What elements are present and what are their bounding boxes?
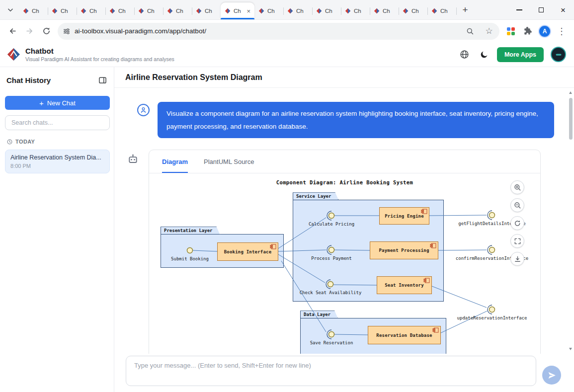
profile-avatar: A — [538, 25, 551, 38]
browser-tab[interactable]: Ch — [399, 2, 427, 19]
tab-strip: Ch Ch Ch Ch Ch Ch Ch Ch× Ch Ch Ch Ch Ch … — [0, 0, 574, 20]
interface-label-update-reservation: updateReservationInterface — [450, 315, 534, 320]
section-today: TODAY — [5, 139, 110, 145]
extension-shortcut-button[interactable] — [503, 24, 518, 39]
port-label-save-reservation: Save Reservation — [289, 340, 374, 345]
back-button[interactable] — [5, 24, 20, 39]
chat-history-item-selected[interactable]: Airline Reservation System Dia... 8:00 P… — [5, 150, 110, 173]
browser-window: Ch Ch Ch Ch Ch Ch Ch Ch× Ch Ch Ch Ch Ch … — [0, 0, 574, 392]
browser-menu-button[interactable]: ⋮ — [554, 24, 569, 39]
address-bar[interactable]: ai-toolbox.visual-paradigm.com/app/chatb… — [58, 23, 499, 40]
fullscreen-button[interactable] — [510, 234, 524, 248]
browser-tab[interactable]: Ch — [19, 2, 48, 19]
browser-tab[interactable]: Ch — [134, 2, 163, 19]
scrollbar-up-arrow[interactable] — [569, 91, 572, 94]
minimize-button[interactable] — [508, 0, 530, 20]
download-icon — [514, 255, 521, 263]
scrollbar-down-arrow[interactable] — [569, 348, 572, 350]
tab-close-icon[interactable]: × — [246, 8, 250, 14]
browser-tab[interactable]: Ch — [312, 2, 341, 19]
tab-plantuml-source[interactable]: PlantUML Source — [204, 150, 254, 173]
browser-tab[interactable]: Ch — [163, 2, 192, 19]
search-chats-input[interactable] — [5, 115, 110, 130]
port-label-submit-booking: Submit Booking — [149, 256, 232, 261]
chat-scroll-area[interactable]: Visualize a component diagram for an air… — [114, 88, 574, 354]
reload-button[interactable] — [39, 24, 54, 39]
extensions-button[interactable] — [520, 24, 535, 39]
user-message-bubble: Visualize a component diagram for an air… — [158, 102, 554, 138]
browser-tab[interactable]: Ch — [341, 2, 370, 19]
chat-history-sidebar: Chat History + New Chat TODAY Airline Re… — [0, 67, 114, 392]
component-pricing-engine: Pricing Engine — [379, 207, 429, 225]
plus-icon: + — [39, 99, 44, 107]
collapse-sidebar-button[interactable] — [96, 74, 108, 86]
app-title: Chatbot — [25, 47, 174, 55]
dark-mode-button[interactable] — [477, 47, 492, 62]
browser-tab[interactable]: Ch — [427, 2, 456, 19]
browser-tab[interactable]: Ch — [48, 2, 77, 19]
browser-tab[interactable]: Ch — [192, 2, 221, 19]
scrollbar-thumb[interactable] — [569, 98, 573, 140]
site-favicon-icon — [403, 8, 409, 14]
component-seat-inventory: Seat Inventory — [377, 276, 432, 294]
chat-item-time: 8:00 PM — [10, 163, 104, 169]
language-button[interactable] — [457, 47, 472, 62]
diagram-card: Diagram PlantUML Source Component Diagra… — [149, 150, 541, 354]
diagram-title: Component Diagram: Airline Booking Syste… — [149, 179, 540, 185]
site-settings-icon[interactable] — [63, 27, 71, 35]
globe-icon — [460, 50, 469, 59]
browser-toolbar: ai-toolbox.visual-paradigm.com/app/chatb… — [0, 20, 574, 42]
person-icon — [140, 106, 147, 114]
tab-title: Ch — [205, 8, 212, 14]
tab-title: Ch — [89, 8, 97, 14]
page-scrollbar[interactable] — [568, 88, 574, 354]
site-favicon-icon — [345, 8, 351, 14]
browser-tab[interactable]: Ch — [283, 2, 312, 19]
message-input[interactable] — [126, 356, 536, 386]
more-apps-button[interactable]: More Apps — [497, 47, 544, 62]
zoom-out-button[interactable] — [510, 198, 524, 212]
send-plane-icon — [548, 371, 556, 380]
component-label: Reservation Database — [376, 333, 432, 338]
site-favicon-icon — [23, 8, 29, 14]
send-button[interactable] — [542, 366, 561, 385]
browser-tab-active[interactable]: Ch× — [221, 2, 254, 19]
panel-toggle-icon — [98, 76, 107, 84]
section-today-label: TODAY — [15, 139, 35, 145]
maximize-button[interactable] — [530, 0, 552, 20]
browser-tab[interactable]: Ch — [370, 2, 399, 19]
tab-diagram[interactable]: Diagram — [162, 150, 188, 173]
zoom-in-button[interactable] — [510, 180, 524, 194]
zoom-out-icon — [514, 202, 521, 209]
download-button[interactable] — [510, 252, 524, 266]
zoom-in-icon — [514, 184, 521, 191]
url-text: ai-toolbox.visual-paradigm.com/app/chatb… — [75, 27, 206, 35]
clock-icon — [7, 139, 12, 145]
browser-tab[interactable]: Ch — [77, 2, 105, 19]
forward-button[interactable] — [22, 24, 37, 39]
new-chat-label: New Chat — [47, 99, 76, 107]
new-chat-button[interactable]: + New Chat — [5, 96, 110, 110]
site-favicon-icon — [109, 8, 115, 14]
tab-search-button[interactable] — [4, 3, 17, 16]
port-circles — [187, 213, 495, 337]
component-label: Payment Processing — [379, 248, 429, 253]
reset-zoom-button[interactable] — [510, 216, 524, 230]
reload-icon — [42, 27, 51, 35]
page-title: Airline Reservation System Diagram — [125, 73, 262, 82]
app-title-block: Chatbot Visual Paradigm AI Assistant for… — [25, 47, 174, 62]
browser-tab[interactable]: Ch — [105, 2, 134, 19]
new-tab-button[interactable]: + — [458, 3, 472, 17]
connector-lines — [193, 215, 487, 335]
forward-icon — [25, 27, 34, 35]
account-avatar[interactable] — [551, 47, 566, 62]
close-window-button[interactable]: × — [552, 0, 574, 20]
avatar-glasses-icon — [555, 51, 563, 59]
zoom-page-button[interactable] — [463, 24, 478, 39]
component-icon — [430, 243, 436, 248]
browser-tab[interactable]: Ch — [254, 2, 283, 19]
site-favicon-icon — [196, 8, 202, 14]
site-favicon-icon — [287, 8, 293, 14]
bookmark-button[interactable]: ☆ — [482, 24, 496, 39]
profile-button[interactable]: A — [537, 24, 552, 39]
